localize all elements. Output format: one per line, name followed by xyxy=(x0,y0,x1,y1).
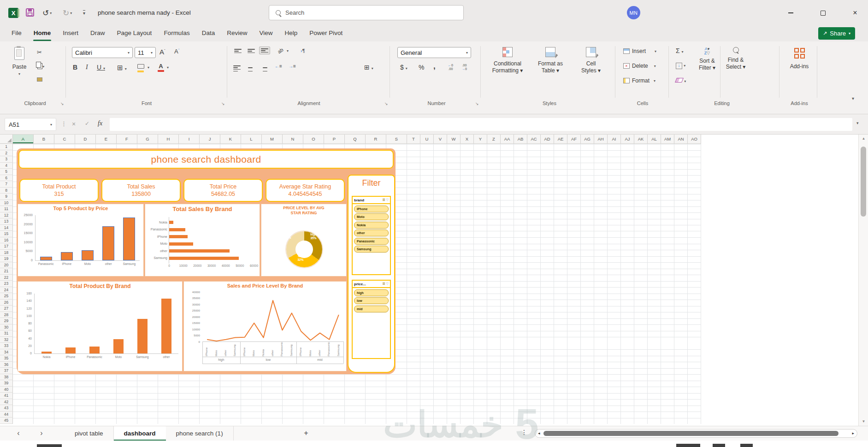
middle-align-button[interactable] xyxy=(248,49,255,53)
conditional-formatting-button[interactable]: Conditional Formatting ▾ xyxy=(487,47,528,74)
column-header-AB[interactable]: AB xyxy=(514,135,527,144)
column-header-AL[interactable]: AL xyxy=(648,135,661,144)
menu-tab-review[interactable]: Review xyxy=(221,26,253,41)
row-header-9[interactable]: 9 xyxy=(0,194,13,200)
number-format-select[interactable]: General▾ xyxy=(397,47,471,58)
font-color-dropdown[interactable]: ▾ xyxy=(167,65,169,70)
chart-sales-and-price-level-by-brand[interactable]: Sales and Price Level By Brand0500010000… xyxy=(183,281,347,371)
row-header-4[interactable]: 4 xyxy=(0,163,13,169)
column-header-AH[interactable]: AH xyxy=(594,135,608,144)
next-sheet-icon[interactable]: › xyxy=(37,426,46,441)
insert-function-icon[interactable]: fx xyxy=(98,120,102,127)
menu-tab-power-pivot[interactable]: Power Pivot xyxy=(303,26,348,41)
accounting-format-button[interactable]: $ ▾ xyxy=(400,64,407,71)
row-header-30[interactable]: 30 xyxy=(0,324,13,331)
column-header-G[interactable]: G xyxy=(137,135,158,144)
fill-color-button[interactable] xyxy=(137,64,144,72)
slicer-item-other[interactable]: other xyxy=(354,229,389,236)
row-header-35[interactable]: 35 xyxy=(0,355,13,362)
italic-button[interactable]: I xyxy=(86,64,88,71)
expand-formula-bar-icon[interactable]: ▾ xyxy=(856,121,859,125)
paste-button[interactable]: Paste▾ xyxy=(8,47,30,77)
align-center-button[interactable] xyxy=(247,65,254,71)
column-header-K[interactable]: K xyxy=(220,135,241,144)
menu-tab-file[interactable]: File xyxy=(6,26,28,41)
format-painter-button[interactable] xyxy=(37,76,42,83)
column-header-J[interactable]: J xyxy=(200,135,220,144)
close-button[interactable]: × xyxy=(844,0,866,26)
restore-button[interactable] xyxy=(812,0,833,26)
column-header-S[interactable]: S xyxy=(386,135,407,144)
cancel-icon[interactable]: × xyxy=(72,120,76,128)
menu-tab-view[interactable]: View xyxy=(253,26,278,41)
row-header-32[interactable]: 32 xyxy=(0,337,13,343)
row-header-34[interactable]: 34 xyxy=(0,349,13,356)
row-header-3[interactable]: 3 xyxy=(0,156,13,163)
slicer-item-nokia[interactable]: Nokia xyxy=(354,222,389,229)
row-header-40[interactable]: 40 xyxy=(0,387,13,393)
column-header-D[interactable]: D xyxy=(75,135,96,144)
row-header-11[interactable]: 11 xyxy=(0,206,13,212)
row-header-12[interactable]: 12 xyxy=(0,212,13,219)
column-header-A[interactable]: A xyxy=(13,135,34,144)
excel-app-icon[interactable]: X xyxy=(8,8,18,18)
column-header-V[interactable]: V xyxy=(434,135,447,144)
dialog-launcher-font[interactable]: ↘ xyxy=(221,101,225,106)
dialog-launcher-alignment[interactable]: ↘ xyxy=(384,101,388,106)
column-header-AN[interactable]: AN xyxy=(674,135,688,144)
row-header-1[interactable]: 1 xyxy=(0,144,13,150)
name-box-splitter[interactable]: ⋮ xyxy=(61,120,67,127)
name-box[interactable]: A51▾ xyxy=(5,118,56,131)
row-header-27[interactable]: 27 xyxy=(0,306,13,312)
grow-font-button[interactable]: Aˆ xyxy=(159,48,165,56)
row-header-26[interactable]: 26 xyxy=(0,300,13,306)
column-header-AI[interactable]: AI xyxy=(608,135,621,144)
column-header-AM[interactable]: AM xyxy=(661,135,674,144)
scroll-left-icon[interactable]: ◂ xyxy=(538,431,540,435)
merge-center-button[interactable]: ⊞ ▾ xyxy=(364,64,373,71)
row-header-7[interactable]: 7 xyxy=(0,181,13,188)
orientation-button[interactable]: ab xyxy=(277,47,284,55)
clear-filter-icon[interactable]: ▽ xyxy=(386,198,389,202)
row-header-14[interactable]: 14 xyxy=(0,225,13,231)
vertical-scrollbar[interactable]: ▲ ▼ xyxy=(858,135,868,426)
share-button[interactable]: ↗ Share▾ xyxy=(818,27,855,40)
column-header-L[interactable]: L xyxy=(241,135,262,144)
collapse-ribbon-button[interactable]: ▾ xyxy=(852,96,854,101)
row-header-5[interactable]: 5 xyxy=(0,169,13,175)
column-header-H[interactable]: H xyxy=(158,135,179,144)
sheet-tab-dashboard[interactable]: dashboard xyxy=(114,426,166,441)
percent-style-button[interactable]: % xyxy=(419,64,424,71)
row-header-6[interactable]: 6 xyxy=(0,175,13,182)
format-as-table-button[interactable]: Format as Table ▾ xyxy=(530,47,571,74)
menu-tab-data[interactable]: Data xyxy=(196,26,221,41)
scroll-right-icon[interactable]: ▸ xyxy=(852,431,854,435)
row-header-43[interactable]: 43 xyxy=(0,405,13,412)
row-header-10[interactable]: 10 xyxy=(0,200,13,206)
column-header-U[interactable]: U xyxy=(420,135,434,144)
increase-decimal-button[interactable]: ←0.00 xyxy=(448,64,453,71)
tab-options-icon[interactable]: ⋮ xyxy=(521,429,527,436)
column-header-AK[interactable]: AK xyxy=(634,135,648,144)
shrink-font-button[interactable]: Aˇ xyxy=(174,48,179,55)
column-header-R[interactable]: R xyxy=(366,135,386,144)
column-header-T[interactable]: T xyxy=(407,135,420,144)
find-select-button[interactable]: Find & Select ▾ xyxy=(723,47,749,71)
font-size-select[interactable]: 11▾ xyxy=(135,47,156,58)
column-header-AF[interactable]: AF xyxy=(567,135,581,144)
delete-cells-button[interactable]: × Delete▾ xyxy=(623,63,656,69)
format-cells-button[interactable]: Format▾ xyxy=(623,77,655,84)
save-icon[interactable] xyxy=(25,8,35,17)
row-header-44[interactable]: 44 xyxy=(0,412,13,418)
top-align-button[interactable] xyxy=(234,49,242,53)
menu-tab-page-layout[interactable]: Page Layout xyxy=(111,26,158,41)
slicer-item-mid[interactable]: mid xyxy=(354,306,389,312)
column-header-Z[interactable]: Z xyxy=(487,135,501,144)
row-header-45[interactable]: 45 xyxy=(0,418,13,424)
column-header-AD[interactable]: AD xyxy=(541,135,554,144)
clear-button[interactable]: ▾ xyxy=(676,77,686,84)
column-header-AO[interactable]: AO xyxy=(688,135,701,144)
menu-tab-home[interactable]: Home xyxy=(28,26,57,41)
prev-sheet-icon[interactable]: ‹ xyxy=(14,426,23,441)
fill-color-dropdown[interactable]: ▾ xyxy=(148,65,149,70)
